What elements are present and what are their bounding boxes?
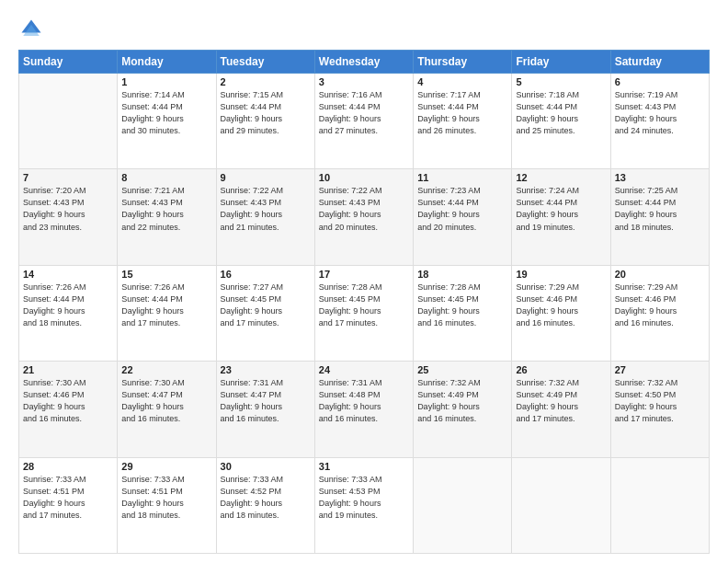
calendar-cell: 27Sunrise: 7:32 AM Sunset: 4:50 PM Dayli…: [610, 362, 709, 457]
day-info: Sunrise: 7:20 AM Sunset: 4:43 PM Dayligh…: [23, 185, 113, 233]
day-info: Sunrise: 7:32 AM Sunset: 4:49 PM Dayligh…: [516, 377, 606, 425]
calendar-cell: 24Sunrise: 7:31 AM Sunset: 4:48 PM Dayli…: [314, 362, 413, 457]
weekday-friday: Friday: [512, 51, 610, 74]
day-number: 3: [319, 76, 409, 87]
day-number: 16: [221, 269, 311, 280]
calendar-cell: [414, 457, 512, 553]
day-info: Sunrise: 7:33 AM Sunset: 4:51 PM Dayligh…: [23, 474, 113, 522]
day-number: 28: [23, 461, 113, 472]
day-info: Sunrise: 7:32 AM Sunset: 4:50 PM Dayligh…: [615, 377, 705, 425]
day-number: 27: [615, 364, 705, 375]
day-info: Sunrise: 7:29 AM Sunset: 4:46 PM Dayligh…: [615, 282, 705, 329]
week-row-3: 14Sunrise: 7:26 AM Sunset: 4:44 PM Dayli…: [19, 265, 710, 361]
calendar-cell: 20Sunrise: 7:29 AM Sunset: 4:46 PM Dayli…: [610, 265, 709, 361]
day-number: 25: [417, 364, 507, 375]
day-number: 30: [221, 461, 311, 472]
day-info: Sunrise: 7:29 AM Sunset: 4:46 PM Dayligh…: [516, 282, 606, 329]
day-number: 21: [23, 364, 113, 375]
day-number: 11: [417, 172, 507, 183]
day-info: Sunrise: 7:21 AM Sunset: 4:43 PM Dayligh…: [121, 185, 211, 233]
day-number: 20: [615, 269, 705, 280]
calendar-cell: 1Sunrise: 7:14 AM Sunset: 4:44 PM Daylig…: [118, 74, 216, 169]
day-info: Sunrise: 7:24 AM Sunset: 4:44 PM Dayligh…: [516, 185, 606, 233]
day-info: Sunrise: 7:14 AM Sunset: 4:44 PM Dayligh…: [121, 89, 211, 137]
calendar-cell: 26Sunrise: 7:32 AM Sunset: 4:49 PM Dayli…: [512, 362, 610, 457]
day-info: Sunrise: 7:31 AM Sunset: 4:48 PM Dayligh…: [319, 377, 409, 425]
calendar-cell: 28Sunrise: 7:33 AM Sunset: 4:51 PM Dayli…: [19, 457, 118, 553]
calendar-cell: [19, 74, 118, 169]
day-number: 31: [319, 461, 409, 472]
calendar-cell: 10Sunrise: 7:22 AM Sunset: 4:43 PM Dayli…: [314, 169, 413, 265]
day-number: 13: [615, 172, 705, 183]
calendar-cell: 29Sunrise: 7:33 AM Sunset: 4:51 PM Dayli…: [118, 457, 216, 553]
day-number: 23: [221, 364, 311, 375]
calendar-cell: 17Sunrise: 7:28 AM Sunset: 4:45 PM Dayli…: [314, 265, 413, 361]
weekday-tuesday: Tuesday: [216, 51, 314, 74]
calendar-cell: 16Sunrise: 7:27 AM Sunset: 4:45 PM Dayli…: [216, 265, 314, 361]
day-number: 2: [221, 76, 311, 87]
day-info: Sunrise: 7:23 AM Sunset: 4:44 PM Dayligh…: [417, 185, 507, 233]
weekday-sunday: Sunday: [19, 51, 118, 74]
week-row-2: 7Sunrise: 7:20 AM Sunset: 4:43 PM Daylig…: [19, 169, 710, 265]
day-info: Sunrise: 7:16 AM Sunset: 4:44 PM Dayligh…: [319, 89, 409, 137]
calendar-cell: 7Sunrise: 7:20 AM Sunset: 4:43 PM Daylig…: [19, 169, 118, 265]
day-number: 22: [121, 364, 211, 375]
calendar-cell: [610, 457, 709, 553]
calendar-table: SundayMondayTuesdayWednesdayThursdayFrid…: [18, 50, 710, 554]
day-info: Sunrise: 7:25 AM Sunset: 4:44 PM Dayligh…: [615, 185, 705, 233]
day-number: 4: [417, 76, 507, 87]
day-number: 6: [615, 76, 705, 87]
logo: [18, 17, 48, 42]
day-number: 8: [121, 172, 211, 183]
day-number: 18: [417, 269, 507, 280]
day-number: 29: [121, 461, 211, 472]
day-number: 10: [319, 172, 409, 183]
calendar-cell: [512, 457, 610, 553]
calendar-cell: 3Sunrise: 7:16 AM Sunset: 4:44 PM Daylig…: [314, 74, 413, 169]
week-row-1: 1Sunrise: 7:14 AM Sunset: 4:44 PM Daylig…: [19, 74, 710, 169]
calendar-cell: 19Sunrise: 7:29 AM Sunset: 4:46 PM Dayli…: [512, 265, 610, 361]
day-info: Sunrise: 7:30 AM Sunset: 4:46 PM Dayligh…: [23, 377, 113, 425]
weekday-saturday: Saturday: [610, 51, 709, 74]
calendar-cell: 5Sunrise: 7:18 AM Sunset: 4:44 PM Daylig…: [512, 74, 610, 169]
day-info: Sunrise: 7:22 AM Sunset: 4:43 PM Dayligh…: [319, 185, 409, 233]
calendar-cell: 15Sunrise: 7:26 AM Sunset: 4:44 PM Dayli…: [118, 265, 216, 361]
calendar-cell: 9Sunrise: 7:22 AM Sunset: 4:43 PM Daylig…: [216, 169, 314, 265]
weekday-header-row: SundayMondayTuesdayWednesdayThursdayFrid…: [19, 51, 710, 74]
day-info: Sunrise: 7:17 AM Sunset: 4:44 PM Dayligh…: [417, 89, 507, 137]
calendar-cell: 18Sunrise: 7:28 AM Sunset: 4:45 PM Dayli…: [414, 265, 512, 361]
calendar-cell: 30Sunrise: 7:33 AM Sunset: 4:52 PM Dayli…: [216, 457, 314, 553]
day-number: 7: [23, 172, 113, 183]
calendar-cell: 8Sunrise: 7:21 AM Sunset: 4:43 PM Daylig…: [118, 169, 216, 265]
calendar-cell: 12Sunrise: 7:24 AM Sunset: 4:44 PM Dayli…: [512, 169, 610, 265]
calendar-cell: 11Sunrise: 7:23 AM Sunset: 4:44 PM Dayli…: [414, 169, 512, 265]
week-row-4: 21Sunrise: 7:30 AM Sunset: 4:46 PM Dayli…: [19, 362, 710, 457]
page: SundayMondayTuesdayWednesdayThursdayFrid…: [0, 0, 728, 563]
calendar-cell: 2Sunrise: 7:15 AM Sunset: 4:44 PM Daylig…: [216, 74, 314, 169]
day-number: 26: [516, 364, 606, 375]
day-info: Sunrise: 7:22 AM Sunset: 4:43 PM Dayligh…: [221, 185, 311, 233]
week-row-5: 28Sunrise: 7:33 AM Sunset: 4:51 PM Dayli…: [19, 457, 710, 553]
day-number: 1: [121, 76, 211, 87]
calendar-cell: 25Sunrise: 7:32 AM Sunset: 4:49 PM Dayli…: [414, 362, 512, 457]
calendar-cell: 21Sunrise: 7:30 AM Sunset: 4:46 PM Dayli…: [19, 362, 118, 457]
day-number: 12: [516, 172, 606, 183]
day-number: 17: [319, 269, 409, 280]
header: [18, 17, 710, 42]
calendar-cell: 31Sunrise: 7:33 AM Sunset: 4:53 PM Dayli…: [314, 457, 413, 553]
day-info: Sunrise: 7:26 AM Sunset: 4:44 PM Dayligh…: [23, 282, 113, 329]
day-info: Sunrise: 7:26 AM Sunset: 4:44 PM Dayligh…: [121, 282, 211, 329]
weekday-monday: Monday: [118, 51, 216, 74]
day-info: Sunrise: 7:18 AM Sunset: 4:44 PM Dayligh…: [516, 89, 606, 137]
day-info: Sunrise: 7:33 AM Sunset: 4:53 PM Dayligh…: [319, 474, 409, 522]
day-info: Sunrise: 7:27 AM Sunset: 4:45 PM Dayligh…: [221, 282, 311, 329]
day-info: Sunrise: 7:33 AM Sunset: 4:52 PM Dayligh…: [221, 474, 311, 522]
weekday-thursday: Thursday: [414, 51, 512, 74]
day-info: Sunrise: 7:19 AM Sunset: 4:43 PM Dayligh…: [615, 89, 705, 137]
day-number: 24: [319, 364, 409, 375]
day-number: 14: [23, 269, 113, 280]
day-info: Sunrise: 7:30 AM Sunset: 4:47 PM Dayligh…: [121, 377, 211, 425]
calendar-cell: 6Sunrise: 7:19 AM Sunset: 4:43 PM Daylig…: [610, 74, 709, 169]
day-number: 9: [221, 172, 311, 183]
day-info: Sunrise: 7:32 AM Sunset: 4:49 PM Dayligh…: [417, 377, 507, 425]
